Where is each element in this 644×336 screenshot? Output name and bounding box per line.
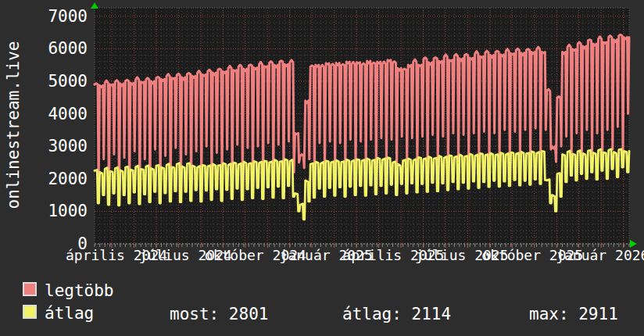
y-tick-label: 4000 [0, 104, 88, 124]
y-tick-label: 1000 [0, 201, 88, 221]
stat-max: max: 2911 [529, 305, 618, 323]
y-tick-label: 6000 [0, 38, 88, 59]
legend-label-atlag: átlag [45, 304, 94, 323]
y-tick-label: 3000 [0, 136, 88, 156]
y-tick-label: 2000 [0, 169, 88, 189]
legend-label-legtobb: legtöbb [45, 281, 114, 300]
legend-swatch-legtobb [23, 282, 37, 296]
y-tick-label: 7000 [0, 6, 88, 27]
y-axis-arrow-icon [91, 2, 98, 9]
graph-panel: onlinestream.live 0100020003000400050006… [0, 0, 644, 336]
stat-most: most: 2801 [170, 305, 268, 323]
stat-atlag: átlag: 2114 [342, 305, 451, 323]
y-tick-label: 5000 [0, 71, 88, 91]
x-tick-label: január 2026 [556, 246, 644, 265]
legend-swatch-atlag [23, 305, 37, 319]
